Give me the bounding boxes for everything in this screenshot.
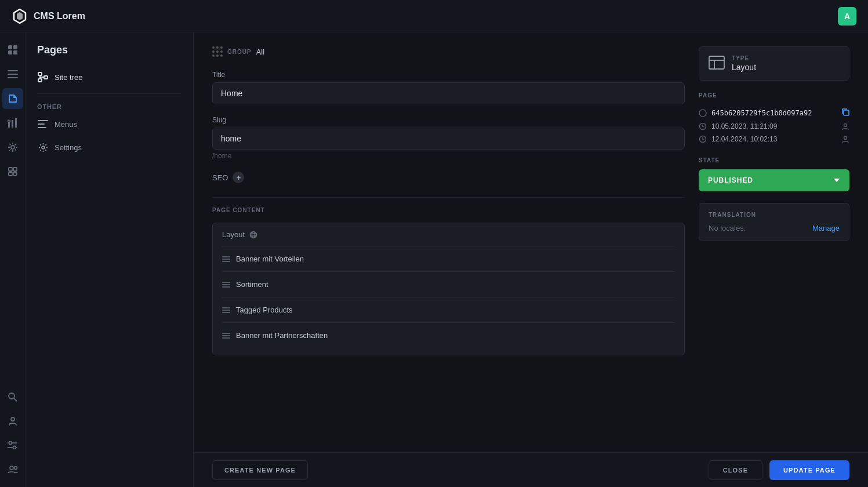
layout-globe-icon — [249, 231, 257, 239]
group-label: GROUP — [227, 49, 252, 55]
svg-point-22 — [10, 466, 13, 470]
svg-rect-8 — [12, 120, 13, 128]
layout-item-label-3: Banner mit Partnerschaften — [236, 331, 328, 340]
sidebar-item-site-tree-label: Site tree — [55, 73, 82, 82]
type-value: Layout — [732, 63, 756, 72]
svg-point-16 — [9, 393, 14, 399]
app-title: CMS Lorem — [34, 11, 85, 21]
create-new-page-button[interactable]: CREATE NEW PAGE — [212, 460, 308, 480]
meta-updated-at: 12.04.2024, 10:02:13 — [711, 135, 777, 143]
drag-handle-0[interactable] — [222, 256, 230, 262]
svg-rect-35 — [709, 56, 724, 69]
svg-point-17 — [11, 417, 14, 421]
sidebar-item-settings[interactable]: Settings — [26, 136, 193, 159]
copy-button[interactable] — [841, 108, 849, 118]
group-row: GROUP All — [212, 46, 685, 57]
type-label: TYPE — [732, 55, 756, 61]
meta-created-row: 10.05.2023, 11:21:09 — [699, 120, 849, 133]
title-field-container: Title — [212, 71, 685, 107]
sidebar-other-label: OTHER — [26, 99, 193, 112]
translation-row: No locales. Manage — [709, 224, 840, 232]
rail-menu-icon[interactable] — [2, 64, 23, 85]
meta-updated-row: 12.04.2024, 10:02:13 — [699, 133, 849, 146]
type-layout-icon — [709, 56, 725, 71]
rail-components-icon[interactable] — [2, 161, 23, 182]
rail-team-icon[interactable] — [2, 459, 23, 480]
rail-integrations-icon[interactable] — [2, 137, 23, 158]
logo: CMS Lorem — [12, 8, 85, 24]
svg-rect-28 — [38, 123, 45, 125]
translation-manage-button[interactable]: Manage — [812, 224, 840, 232]
translation-title: TRANSLATION — [709, 212, 840, 218]
svg-rect-1 — [13, 45, 17, 49]
close-button[interactable]: CLOSE — [709, 460, 762, 480]
svg-point-15 — [13, 172, 17, 176]
svg-rect-9 — [15, 118, 17, 128]
sidebar-title: Pages — [26, 44, 193, 66]
layout-header: Layout — [222, 230, 675, 239]
form-section: GROUP All Title Slug /home SEO + — [212, 46, 685, 438]
svg-rect-29 — [38, 127, 46, 128]
rail-grid-icon[interactable] — [2, 39, 23, 60]
rail-search-icon[interactable] — [2, 386, 23, 407]
drag-handle-1[interactable] — [222, 282, 230, 288]
svg-point-21 — [13, 446, 16, 449]
svg-rect-7 — [8, 122, 10, 128]
main-layout: Pages Site tree OTHER Menus — [0, 32, 868, 487]
settings-icon — [37, 141, 49, 153]
meta-created-at: 10.05.2023, 11:21:09 — [711, 122, 777, 130]
group-dots-icon — [212, 46, 223, 57]
svg-rect-26 — [44, 76, 48, 79]
state-button[interactable]: PUBLISHED — [699, 169, 849, 191]
slug-label: Slug — [212, 116, 685, 124]
icon-rail — [0, 32, 26, 487]
svg-rect-13 — [13, 168, 17, 171]
svg-rect-39 — [844, 110, 849, 115]
page-content-label: PAGE CONTENT — [212, 207, 685, 213]
meta-id-value: 645b6205729f5c1b0d097a92 — [711, 109, 837, 117]
svg-rect-14 — [9, 172, 12, 176]
drag-handle-3[interactable] — [222, 333, 230, 339]
meta-person-updated-icon — [841, 135, 849, 143]
state-section: STATE PUBLISHED — [699, 157, 849, 191]
translation-none: No locales. — [709, 224, 746, 232]
slug-input[interactable] — [212, 128, 685, 150]
title-input[interactable] — [212, 82, 685, 104]
content-area: GROUP All Title Slug /home SEO + — [194, 32, 868, 487]
update-page-button[interactable]: UPDATE PAGE — [769, 460, 849, 480]
rail-sliders-icon[interactable] — [2, 435, 23, 456]
svg-rect-5 — [8, 74, 18, 75]
svg-point-43 — [844, 137, 847, 140]
svg-point-10 — [8, 120, 10, 122]
layout-section: Layout Banner — [212, 223, 685, 355]
svg-rect-4 — [8, 70, 18, 71]
svg-point-19 — [9, 442, 12, 445]
svg-point-30 — [42, 146, 45, 149]
meta-clock-created-icon — [699, 122, 707, 130]
meta-section: PAGE 645b6205729f5c1b0d097a92 — [699, 92, 849, 146]
seo-row: SEO + — [212, 172, 685, 183]
title-label: Title — [212, 71, 685, 79]
svg-rect-6 — [8, 77, 18, 78]
layout-item-label-1: Sortiment — [236, 280, 268, 289]
svg-rect-27 — [38, 120, 48, 121]
sidebar-item-menus-label: Menus — [55, 120, 77, 129]
layout-item-label-2: Tagged Products — [236, 306, 293, 314]
group-value: All — [256, 48, 264, 56]
sidebar-item-settings-label: Settings — [55, 143, 82, 152]
site-tree-icon — [37, 71, 49, 83]
rail-pages-icon[interactable] — [2, 88, 23, 109]
seo-add-button[interactable]: + — [233, 172, 244, 183]
sidebar-item-menus[interactable]: Menus — [26, 112, 193, 136]
svg-rect-24 — [38, 72, 42, 75]
meta-person-created-icon — [841, 122, 849, 130]
svg-rect-12 — [9, 168, 12, 171]
avatar[interactable]: A — [838, 7, 856, 26]
svg-point-32 — [252, 231, 255, 238]
meta-title: PAGE — [699, 92, 849, 99]
rail-user-icon[interactable] — [2, 410, 23, 431]
svg-point-11 — [11, 146, 14, 149]
sidebar-item-site-tree[interactable]: Site tree — [26, 66, 193, 89]
drag-handle-2[interactable] — [222, 307, 230, 313]
rail-analytics-icon[interactable] — [2, 112, 23, 133]
